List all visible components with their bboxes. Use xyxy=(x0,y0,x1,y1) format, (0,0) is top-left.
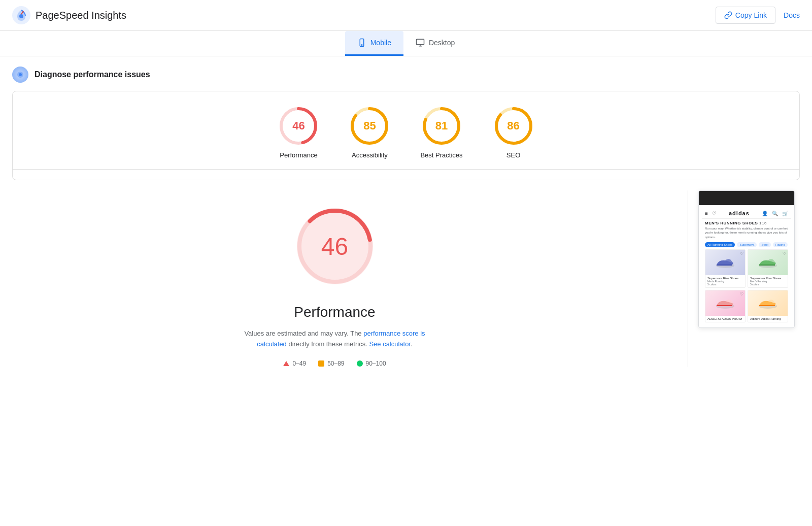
cart-icon: 🛒 xyxy=(782,211,788,216)
search-icon: 🔍 xyxy=(772,211,778,216)
divider xyxy=(13,169,799,170)
phone-description: Run your way. Whether it's stability, cl… xyxy=(702,226,791,241)
person-icon: 👤 xyxy=(762,211,768,216)
product-card-3[interactable]: ♡ ADIZERO ADIOS PRO M xyxy=(705,290,746,322)
legend-item-green: 90–100 xyxy=(357,360,386,367)
score-circle-accessibility: 85 xyxy=(349,106,390,146)
shoe-svg-2 xyxy=(757,255,780,270)
product-colors-2: 5 colors xyxy=(750,283,786,286)
scores-row: 46 Performance 85 Accessibility xyxy=(13,106,799,169)
link-icon xyxy=(724,11,732,19)
tabs-container: Mobile Desktop xyxy=(0,31,812,56)
score-value-accessibility: 85 xyxy=(363,119,376,133)
tab-desktop-label: Desktop xyxy=(429,39,455,47)
legend-item-red: 0–49 xyxy=(283,360,306,367)
legend: 0–49 50–89 90–100 xyxy=(12,360,657,367)
filter-tab-steel[interactable]: Steel xyxy=(759,242,771,247)
score-circle-performance: 46 xyxy=(278,106,319,146)
product-info-2: Supernova Rise Shoes Men's Running 5 col… xyxy=(748,275,788,287)
phone-top-bar xyxy=(699,191,794,205)
copy-link-label: Copy Link xyxy=(735,11,767,19)
score-label-seo: SEO xyxy=(506,151,520,159)
phone-mockup: ≡ ♡ adidas 👤 🔍 🛒 MEN'S RUNNING SHOES 116… xyxy=(698,190,795,328)
product-image-1: ♡ xyxy=(705,250,745,275)
desc-text-2: directly from these metrics. xyxy=(287,340,369,348)
product-name-4: Adizero Adios Running xyxy=(750,317,786,320)
score-value-performance: 46 xyxy=(292,119,304,133)
score-label-accessibility: Accessibility xyxy=(352,151,388,159)
legend-range-red: 0–49 xyxy=(292,360,306,367)
product-image-2: ♡ xyxy=(748,250,788,275)
app-title: PageSpeed Insights xyxy=(36,10,126,21)
large-score-value: 46 xyxy=(321,233,348,260)
svg-point-3 xyxy=(361,45,362,46)
legend-dot-red xyxy=(283,361,289,366)
score-card: 46 Performance 85 Accessibility xyxy=(12,91,800,180)
filter-tab-supernova[interactable]: Supernova xyxy=(737,242,757,247)
legend-range-green: 90–100 xyxy=(366,360,386,367)
legend-dot-orange xyxy=(318,360,324,367)
calculator-link[interactable]: See calculator xyxy=(369,340,411,348)
desc-text-end: . xyxy=(411,340,413,348)
product-card-4[interactable]: Adizero Adios Running xyxy=(748,290,788,322)
header-right: Copy Link Docs xyxy=(716,7,800,24)
vertical-divider xyxy=(688,190,688,367)
score-label-performance: Performance xyxy=(280,151,317,159)
diagnose-icon xyxy=(16,70,25,79)
svg-point-6 xyxy=(19,73,22,76)
large-score-circle: 46 xyxy=(289,201,381,292)
product-heart-2: ♡ xyxy=(783,251,786,256)
filter-tab-racing[interactable]: Racing xyxy=(773,242,788,247)
product-name-3: ADIZERO ADIOS PRO M xyxy=(707,317,743,320)
product-image-4 xyxy=(748,290,788,316)
products-grid: ♡ Supernova Rise Shoes Men's Running xyxy=(702,249,791,324)
product-heart-3: ♡ xyxy=(740,292,743,297)
phone-body: ≡ ♡ adidas 👤 🔍 🛒 MEN'S RUNNING SHOES 116… xyxy=(699,205,794,327)
section-title: Diagnose performance issues xyxy=(35,70,150,79)
heading-icon xyxy=(12,67,28,83)
product-colors-1: 5 colors xyxy=(707,283,743,286)
product-image-3: ♡ xyxy=(705,290,745,316)
phone-filter-tabs: All Running Shoes Supernova Steel Racing xyxy=(702,241,791,249)
docs-link[interactable]: Docs xyxy=(784,11,800,19)
performance-description: Values are estimated and may vary. The p… xyxy=(233,328,436,350)
section-heading: Diagnose performance issues xyxy=(0,56,812,91)
desc-text-1: Values are estimated and may vary. The xyxy=(244,330,363,337)
legend-item-orange: 50–89 xyxy=(318,360,344,367)
product-info-4: Adizero Adios Running xyxy=(748,316,788,322)
phone-nav-icons-left: ≡ ♡ xyxy=(705,211,717,216)
header: PageSpeed Insights Copy Link Docs xyxy=(0,0,812,31)
tab-mobile[interactable]: Mobile xyxy=(345,31,403,56)
score-label-best-practices: Best Practices xyxy=(420,151,462,159)
score-item-seo[interactable]: 86 SEO xyxy=(493,106,534,159)
shoe-svg-3 xyxy=(714,296,737,310)
phone-nav-icons-right: 👤 🔍 🛒 xyxy=(762,211,788,216)
score-item-best-practices[interactable]: 81 Best Practices xyxy=(420,106,462,159)
shoe-svg-4 xyxy=(757,296,780,310)
score-item-performance[interactable]: 46 Performance xyxy=(278,106,319,159)
svg-point-1 xyxy=(19,14,23,18)
tab-desktop[interactable]: Desktop xyxy=(403,31,467,56)
copy-link-button[interactable]: Copy Link xyxy=(716,7,775,24)
pagespeed-logo xyxy=(12,6,30,24)
legend-dot-green xyxy=(357,360,363,367)
phone-nav: ≡ ♡ adidas 👤 🔍 🛒 xyxy=(702,208,791,219)
right-panel: ≡ ♡ adidas 👤 🔍 🛒 MEN'S RUNNING SHOES 116… xyxy=(698,190,800,367)
header-left: PageSpeed Insights xyxy=(12,6,126,24)
phone-section-title: MEN'S RUNNING SHOES 116 xyxy=(702,219,791,226)
product-heart-1: ♡ xyxy=(740,251,743,256)
left-panel: 46 Performance Values are estimated and … xyxy=(12,190,678,367)
hamburger-icon: ≡ xyxy=(705,211,708,216)
desktop-icon xyxy=(416,38,425,47)
phone-brand-logo: adidas xyxy=(729,210,750,216)
product-card-2[interactable]: ♡ Supernova Rise Shoes Men's Running xyxy=(748,249,788,288)
heart-icon: ♡ xyxy=(712,211,717,216)
score-value-best-practices: 81 xyxy=(435,119,448,133)
score-item-accessibility[interactable]: 85 Accessibility xyxy=(349,106,390,159)
shoe-svg-1 xyxy=(714,255,737,270)
svg-rect-4 xyxy=(416,39,424,45)
mobile-icon xyxy=(357,38,366,47)
product-card-1[interactable]: ♡ Supernova Rise Shoes Men's Running xyxy=(705,249,746,288)
filter-tab-all[interactable]: All Running Shoes xyxy=(705,242,735,247)
score-circle-best-practices: 81 xyxy=(421,106,462,146)
